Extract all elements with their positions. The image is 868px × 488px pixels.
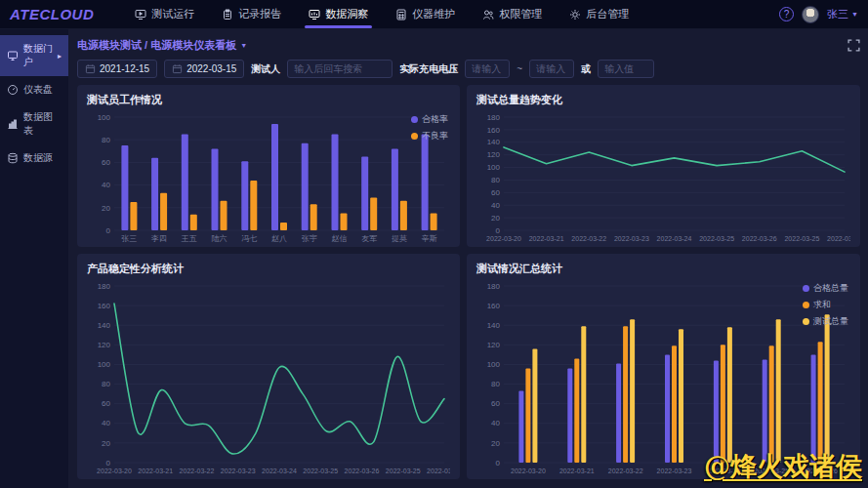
sidebar-item-label: 数据门户 [23, 42, 53, 69]
charts-grid: 测试员工作情况 020406080100张三李四王五陆六冯七赵八张宇赵信友军提莫… [77, 85, 860, 479]
svg-text:2022-03-22: 2022-03-22 [180, 468, 215, 474]
breadcrumb-path: 电源模块测试 / 电源模块仪表看板 [77, 38, 236, 53]
legend-item[interactable]: 求和 [803, 299, 848, 311]
admin-gear-icon [569, 9, 581, 20]
tester-search-input[interactable] [287, 60, 393, 78]
legend-label: 合格率 [422, 113, 448, 126]
svg-text:张三: 张三 [121, 234, 137, 243]
panel-title: 测试情况汇总统计 [476, 262, 850, 276]
nav-item-label: 后台管理 [586, 7, 629, 21]
tester-label: 测试人 [251, 62, 280, 76]
svg-text:60: 60 [491, 399, 500, 408]
svg-text:0: 0 [106, 226, 111, 235]
voltage-max-input[interactable] [529, 60, 574, 78]
svg-text:140: 140 [98, 321, 111, 330]
svg-text:120: 120 [487, 150, 501, 159]
svg-text:2022-03-25: 2022-03-25 [784, 235, 819, 242]
user-avatar[interactable] [802, 6, 819, 23]
svg-text:80: 80 [491, 176, 500, 184]
voltage-label: 实际充电电压 [399, 62, 458, 76]
test-run-icon [135, 9, 146, 20]
svg-text:陆六: 陆六 [212, 234, 227, 243]
nav-item-instrument[interactable]: 仪器维护 [382, 0, 469, 28]
panel-tester-performance: 测试员工作情况 020406080100张三李四王五陆六冯七赵八张宇赵信友军提莫… [77, 85, 460, 247]
svg-text:140: 140 [487, 138, 501, 146]
date-end-picker[interactable]: 2022-03-15 [164, 60, 244, 78]
sidebar-item-data-portal[interactable]: 数据门户 ▸ [0, 35, 68, 76]
filter-bar: 2021-12-15 2022-03-15 测试人 实际充电电压 ~ 或 [77, 60, 860, 78]
sidebar-item-label: 仪表盘 [23, 83, 53, 97]
svg-text:张宇: 张宇 [302, 234, 317, 243]
svg-text:2022-03-26: 2022-03-26 [345, 468, 380, 474]
legend-label: 求和 [813, 299, 831, 311]
user-name: 张三 [827, 7, 848, 21]
svg-text:120: 120 [487, 341, 501, 349]
svg-text:20: 20 [102, 204, 110, 213]
nav-item-label: 数据洞察 [325, 7, 368, 21]
main-content: 电源模块测试 / 电源模块仪表看板 ▼ 2021-12-15 2022-03-1… [68, 29, 868, 488]
panel-title: 产品稳定性分析统计 [87, 262, 450, 276]
chevron-down-icon: ▼ [851, 11, 858, 18]
watermark: @烽火戏诸侯 [704, 449, 862, 484]
legend-label: 合格总量 [813, 282, 848, 295]
gauge-icon [7, 84, 19, 96]
svg-text:冯七: 冯七 [241, 234, 257, 243]
svg-text:王五: 王五 [181, 234, 197, 243]
sidebar-item-data-charts[interactable]: 数据图表 [0, 103, 68, 144]
svg-text:2022-03-25: 2022-03-25 [699, 235, 734, 242]
svg-text:20: 20 [102, 439, 110, 448]
nav-right-group: ? 张三 ▼ [779, 6, 858, 23]
value-input[interactable] [598, 60, 654, 78]
chart-legend: 合格率不良率 [411, 113, 448, 142]
nav-item-permissions[interactable]: 权限管理 [469, 0, 556, 28]
nav-item-label: 权限管理 [499, 7, 542, 21]
svg-text:40: 40 [491, 419, 500, 427]
nav-item-record-report[interactable]: 记录报告 [208, 0, 295, 28]
legend-dot-icon [803, 285, 809, 292]
svg-text:80: 80 [491, 380, 500, 388]
chevron-down-icon: ▼ [240, 42, 247, 49]
record-report-icon [222, 9, 233, 20]
svg-text:2022-03-21: 2022-03-21 [138, 468, 173, 474]
or-label: 或 [581, 62, 591, 76]
legend-item[interactable]: 合格率 [411, 113, 448, 126]
range-separator: ~ [517, 63, 522, 74]
sidebar-item-data-source[interactable]: 数据源 [0, 144, 68, 172]
svg-text:160: 160 [98, 302, 111, 310]
svg-text:2022-03-22: 2022-03-22 [571, 235, 606, 242]
svg-text:2022-03-26: 2022-03-26 [827, 235, 850, 242]
panel-stability-analysis: 产品稳定性分析统计 0204060801001201401601802022-0… [77, 254, 460, 479]
legend-item[interactable]: 合格总量 [803, 282, 848, 295]
sidebar-item-dashboard[interactable]: 仪表盘 [0, 76, 68, 103]
chevron-right-icon: ▸ [58, 52, 62, 61]
help-icon[interactable]: ? [779, 7, 794, 21]
breadcrumb[interactable]: 电源模块测试 / 电源模块仪表看板 ▼ [77, 38, 247, 53]
sidebar-item-label: 数据源 [23, 151, 53, 165]
svg-text:0: 0 [496, 226, 501, 235]
svg-text:60: 60 [491, 188, 500, 197]
voltage-min-input[interactable] [465, 60, 510, 78]
date-start-picker[interactable]: 2021-12-15 [77, 60, 157, 78]
svg-text:60: 60 [102, 158, 110, 167]
legend-item[interactable]: 不良率 [411, 130, 448, 142]
nav-item-data-insight[interactable]: 数据洞察 [295, 0, 382, 28]
svg-text:0: 0 [496, 459, 501, 468]
svg-text:20: 20 [491, 439, 500, 448]
nav-item-test-run[interactable]: 测试运行 [121, 0, 208, 28]
svg-text:100: 100 [98, 113, 111, 122]
sidebar: 数据门户 ▸ 仪表盘 数据图表 数据源 [0, 29, 68, 488]
svg-text:0: 0 [106, 459, 111, 468]
nav-item-admin[interactable]: 后台管理 [556, 0, 642, 28]
legend-dot-icon [411, 133, 418, 140]
legend-label: 不良率 [422, 130, 448, 142]
legend-label: 测试总量 [813, 315, 848, 328]
fullscreen-icon[interactable] [847, 39, 860, 52]
svg-text:友军: 友军 [361, 234, 377, 243]
chart-total-trend: 0204060801001201401601802022-03-202022-0… [476, 109, 850, 245]
legend-item[interactable]: 测试总量 [803, 315, 848, 328]
calendar-icon [172, 63, 183, 74]
bar-chart-icon [7, 118, 19, 130]
svg-text:2022-03-24: 2022-03-24 [657, 235, 692, 242]
svg-text:2022-03-25: 2022-03-25 [386, 468, 421, 474]
user-menu[interactable]: 张三 ▼ [827, 7, 858, 21]
